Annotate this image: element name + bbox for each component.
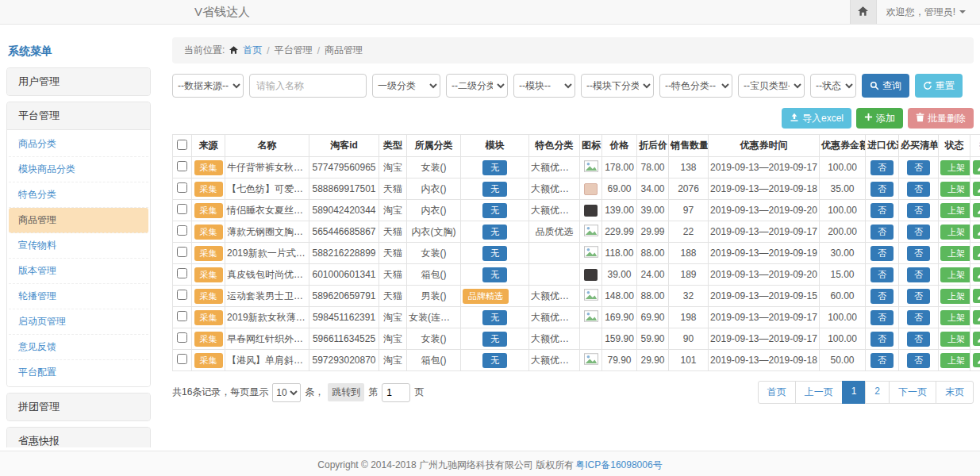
status-toggle[interactable]: 上架 bbox=[940, 310, 970, 325]
sidebar-item-1-3[interactable]: 商品管理 bbox=[9, 208, 148, 233]
module-badge: 无 bbox=[482, 225, 507, 240]
add-button[interactable]: 添加 bbox=[856, 108, 903, 129]
sidebar-section-3[interactable]: 省惠快报 bbox=[7, 428, 150, 447]
level2-category-filter[interactable]: --二级分类-- bbox=[446, 74, 508, 98]
sidebar-item-1-0[interactable]: 商品分类 bbox=[9, 132, 148, 157]
status-toggle[interactable]: 上架 bbox=[940, 160, 970, 175]
row-checkbox[interactable] bbox=[177, 247, 187, 257]
edit-button[interactable] bbox=[973, 182, 980, 196]
must-buy-toggle[interactable]: 否 bbox=[907, 225, 930, 240]
must-buy-toggle[interactable]: 否 bbox=[907, 289, 930, 304]
import-select-toggle[interactable]: 否 bbox=[870, 246, 894, 261]
sidebar-item-1-8[interactable]: 意见反馈 bbox=[9, 335, 148, 360]
feature-category-filter[interactable]: --特色分类-- bbox=[659, 74, 732, 98]
sidebar-item-1-1[interactable]: 模块商品分类 bbox=[9, 157, 148, 182]
sidebar-item-1-4[interactable]: 宣传物料 bbox=[9, 233, 148, 259]
status-toggle[interactable]: 上架 bbox=[940, 267, 970, 282]
coupon-time: 2019-09-13—2019-09-17 bbox=[709, 157, 820, 178]
row-checkbox[interactable] bbox=[177, 290, 187, 300]
row-checkbox[interactable] bbox=[177, 268, 187, 278]
sidebar-item-1-5[interactable]: 版本管理 bbox=[9, 259, 148, 284]
table-row: 采集薄款无钢圈文胸聚拢性...565446685867天猫内衣(文胸)无品质优选… bbox=[173, 221, 980, 243]
import-select-toggle[interactable]: 否 bbox=[870, 332, 894, 347]
must-buy-toggle[interactable]: 否 bbox=[907, 332, 930, 347]
sidebar-item-1-9[interactable]: 平台配置 bbox=[9, 360, 148, 385]
status-toggle[interactable]: 上架 bbox=[940, 353, 970, 368]
must-buy-toggle[interactable]: 否 bbox=[907, 310, 930, 325]
status-toggle[interactable]: 上架 bbox=[940, 289, 970, 304]
sidebar-item-1-2[interactable]: 特色分类 bbox=[9, 182, 148, 208]
row-checkbox[interactable] bbox=[177, 225, 187, 236]
search-button[interactable]: 查询 bbox=[862, 74, 909, 98]
icp-link[interactable]: 粤ICP备16098006号 bbox=[575, 459, 662, 472]
user-menu[interactable]: 欢迎您，管理员! bbox=[877, 6, 980, 19]
edit-button[interactable] bbox=[973, 225, 980, 239]
import-select-toggle[interactable]: 否 bbox=[870, 182, 894, 197]
import-excel-button[interactable]: 导入excel bbox=[782, 108, 851, 129]
must-buy-toggle[interactable]: 否 bbox=[907, 246, 930, 261]
breadcrumb-home-link[interactable]: 首页 bbox=[243, 44, 262, 57]
page-button-4[interactable]: 下一页 bbox=[889, 381, 936, 404]
name-search-input[interactable] bbox=[249, 74, 367, 98]
page-number-input[interactable] bbox=[382, 383, 410, 402]
item-type-filter[interactable]: --宝贝类型-- bbox=[738, 74, 805, 98]
row-checkbox[interactable] bbox=[177, 182, 187, 193]
import-select-toggle[interactable]: 否 bbox=[870, 353, 894, 368]
row-checkbox[interactable] bbox=[177, 354, 187, 364]
import-select-toggle[interactable]: 否 bbox=[870, 225, 894, 240]
edit-button[interactable] bbox=[973, 353, 980, 367]
per-page-select[interactable]: 10 bbox=[272, 383, 301, 402]
operations-cell bbox=[970, 264, 980, 286]
must-buy-toggle[interactable]: 否 bbox=[907, 182, 930, 197]
import-select-toggle[interactable]: 否 bbox=[870, 310, 894, 325]
edit-button[interactable] bbox=[973, 203, 980, 217]
must-buy-toggle[interactable]: 否 bbox=[907, 353, 930, 368]
must-buy-toggle[interactable]: 否 bbox=[907, 267, 930, 282]
module-filter[interactable]: --模块-- bbox=[513, 74, 575, 98]
must-buy-toggle[interactable]: 否 bbox=[907, 160, 930, 175]
sidebar-section-0[interactable]: 用户管理 bbox=[7, 68, 150, 95]
status-toggle[interactable]: 上架 bbox=[940, 332, 970, 347]
edit-button[interactable] bbox=[973, 246, 980, 260]
page-button-3[interactable]: 2 bbox=[865, 381, 890, 404]
sidebar-item-1-6[interactable]: 轮播管理 bbox=[9, 284, 148, 309]
must-buy-toggle[interactable]: 否 bbox=[907, 203, 930, 218]
level1-category-filter[interactable]: 一级分类 bbox=[372, 74, 440, 98]
home-button[interactable] bbox=[850, 0, 877, 24]
reset-button[interactable]: 重置 bbox=[915, 74, 963, 98]
page-button-2[interactable]: 1 bbox=[842, 381, 867, 404]
sidebar-section-2[interactable]: 拼团管理 bbox=[7, 393, 150, 420]
row-checkbox[interactable] bbox=[177, 161, 187, 171]
status-toggle[interactable]: 上架 bbox=[940, 182, 970, 197]
import-select-toggle[interactable]: 否 bbox=[870, 203, 894, 218]
select-all-checkbox[interactable] bbox=[177, 140, 187, 150]
page-button-1[interactable]: 上一页 bbox=[795, 381, 843, 404]
source-badge: 采集 bbox=[194, 310, 223, 325]
status-toggle[interactable]: 上架 bbox=[940, 246, 970, 261]
batch-delete-button[interactable]: 批量删除 bbox=[908, 108, 974, 129]
import-select-toggle[interactable]: 否 bbox=[870, 160, 894, 175]
row-checkbox[interactable] bbox=[177, 204, 187, 214]
module-cell: 无 bbox=[461, 200, 529, 221]
edit-button[interactable] bbox=[973, 310, 980, 324]
edit-button[interactable] bbox=[973, 267, 980, 282]
row-checkbox[interactable] bbox=[177, 311, 187, 321]
sidebar-item-1-7[interactable]: 启动页管理 bbox=[9, 309, 148, 335]
caret-down-icon bbox=[959, 10, 966, 13]
module-subcategory-filter[interactable]: --模块下分类-- bbox=[581, 74, 654, 98]
status-filter[interactable]: --状态-- bbox=[810, 74, 856, 98]
page-button-0[interactable]: 首页 bbox=[758, 381, 796, 404]
breadcrumb: 当前位置: 首页 / 平台管理 / 商品管理 bbox=[172, 37, 974, 63]
status-toggle[interactable]: 上架 bbox=[940, 203, 970, 218]
edit-button[interactable] bbox=[973, 160, 980, 175]
edit-button[interactable] bbox=[973, 332, 980, 346]
edit-button[interactable] bbox=[973, 289, 980, 303]
page-button-5[interactable]: 末页 bbox=[936, 381, 974, 404]
sidebar-section-1[interactable]: 平台管理 bbox=[7, 102, 150, 129]
import-select-toggle[interactable]: 否 bbox=[870, 289, 894, 304]
status-toggle[interactable]: 上架 bbox=[940, 225, 970, 240]
data-source-filter[interactable]: --数据来源-- bbox=[172, 74, 244, 98]
row-checkbox[interactable] bbox=[177, 332, 187, 343]
jump-to-button[interactable]: 跳转到 bbox=[328, 383, 364, 401]
import-select-toggle[interactable]: 否 bbox=[870, 267, 894, 282]
